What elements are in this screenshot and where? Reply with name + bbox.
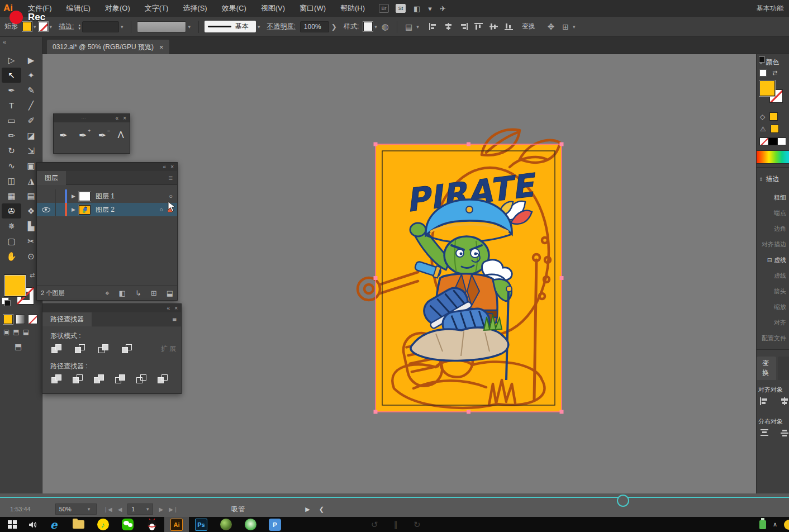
unite-icon[interactable] (51, 344, 63, 354)
merge-icon[interactable] (94, 374, 105, 384)
group-selection-tool[interactable]: ↖ (2, 68, 21, 83)
align-bottom-icon[interactable] (505, 23, 513, 30)
recolor-artwork-icon[interactable]: ◍ (382, 22, 389, 32)
taskbar-photoshop[interactable]: Ps (189, 517, 213, 532)
new-layer-icon[interactable]: ⊞ (151, 289, 157, 298)
default-fill-stroke-icon[interactable] (2, 297, 9, 305)
layers-menu-icon[interactable]: ≡ (168, 174, 173, 182)
stroke-color-swatch[interactable] (39, 22, 48, 31)
width-profile-chevron-icon[interactable]: ▾ (188, 24, 191, 30)
last-artboard-icon[interactable]: ▶❘ (169, 506, 178, 512)
document-close-icon[interactable]: × (159, 43, 164, 51)
swap-fill-stroke-icon[interactable]: ⇄ (30, 272, 35, 279)
taskbar-p-app[interactable]: P (263, 517, 287, 532)
stroke-collapse-icon[interactable]: ⇕ (759, 177, 763, 182)
paint-color-button[interactable] (3, 315, 13, 324)
layers-tab[interactable]: 图层 (37, 171, 66, 185)
pen-panel-collapse-icon[interactable]: « (116, 115, 119, 121)
taskbar-game-app[interactable] (213, 517, 238, 532)
layer2-target-icon[interactable]: ○ (159, 206, 163, 213)
mesh-tool[interactable]: ▦ (2, 188, 21, 203)
layer2-name[interactable]: 图层 2 (96, 205, 115, 215)
pathfinder-tab[interactable]: 路径查找器 (42, 312, 92, 326)
align-objects-center-icon[interactable] (780, 397, 789, 405)
fill-chevron-icon[interactable]: ▾ (34, 24, 36, 30)
shape-builder-tool[interactable]: ◫ (2, 173, 21, 188)
default-colors-icon[interactable] (759, 69, 767, 77)
dash-values-row[interactable]: 虚线 (757, 272, 789, 280)
line-segment-tool[interactable]: ╱ (21, 98, 41, 113)
gamut-swatch[interactable] (771, 125, 779, 133)
stroke-corner-row[interactable]: 边角 (757, 225, 789, 233)
draw-inside-icon[interactable]: ⬓ (23, 328, 29, 336)
taskbar-illustrator[interactable]: Ai (164, 517, 189, 532)
artboard-number-dropdown[interactable]: 1▾ (127, 504, 153, 515)
eyedropper-tool[interactable]: ✇ (2, 203, 21, 218)
scale-tool[interactable]: ⇲ (21, 143, 41, 158)
layer1-thumbnail[interactable] (79, 192, 91, 201)
dashed-checkbox-icon[interactable]: ⊟ (767, 256, 772, 263)
color-fill-swatch[interactable] (759, 80, 775, 96)
hand-tool[interactable]: ✋ (2, 249, 21, 264)
outline-icon[interactable] (136, 374, 148, 384)
taskbar-safe-center[interactable] (238, 517, 263, 532)
tray-expand-icon[interactable]: ∧ (773, 521, 777, 528)
pen-tool[interactable]: ✒ (2, 83, 21, 98)
paintbrush-tool[interactable]: ✐ (21, 113, 41, 128)
artboard-tool[interactable]: ▢ (2, 234, 21, 249)
web-safe-swatch[interactable] (769, 112, 778, 121)
add-anchor-point-tool[interactable]: ✒+ (79, 130, 87, 141)
recorder-forward-icon[interactable]: ↻ (413, 520, 421, 530)
stroke-weight-label[interactable]: 描边: (59, 22, 74, 31)
shape-options-chevron-icon[interactable]: ▾ (573, 24, 576, 30)
layer2-expand-icon[interactable]: ▶ (72, 207, 75, 212)
start-button[interactable] (0, 517, 25, 532)
make-mask-icon[interactable]: ◧ (119, 289, 126, 298)
color-swap-icon[interactable]: ⇄ (772, 69, 777, 77)
type-tool[interactable]: T (2, 98, 21, 113)
volume-button[interactable] (25, 517, 41, 532)
minus-back-icon[interactable] (158, 374, 169, 384)
taskbar-qq-music[interactable]: ♪ (91, 517, 115, 532)
locate-object-icon[interactable]: ⌖ (105, 289, 109, 298)
distribute-vcenter-icon[interactable] (780, 429, 789, 437)
taskbar-file-explorer[interactable] (66, 517, 91, 532)
taskbar-wechat[interactable] (115, 517, 140, 532)
brush-definition-dropdown[interactable]: 基本 (205, 21, 256, 32)
menu-view[interactable]: 视图(V) (254, 0, 292, 17)
color-spectrum-bar[interactable] (757, 150, 789, 164)
taskbar-qq[interactable] (140, 517, 164, 532)
anchor-point-tool[interactable]: Λ (117, 130, 123, 141)
recorder-pause-icon[interactable]: ∥ (394, 520, 398, 530)
menu-effect[interactable]: 效果(C) (215, 0, 254, 17)
new-sublayer-icon[interactable]: ↳ (135, 289, 141, 298)
layer1-visibility-cell[interactable] (37, 189, 56, 203)
stroke-cap-row[interactable]: 端点 (757, 209, 789, 217)
delete-anchor-point-tool[interactable]: ✒− (98, 130, 106, 141)
menu-select[interactable]: 选择(S) (175, 0, 214, 17)
none-swatch-icon[interactable] (759, 137, 768, 145)
arrow-align-row[interactable]: 对齐 (757, 319, 789, 327)
opacity-label[interactable]: 不透明度: (267, 22, 296, 31)
draw-normal-icon[interactable]: ▣ (3, 328, 9, 336)
transform-tab[interactable]: 变换 (757, 357, 776, 380)
brush-chevron-icon[interactable]: ▾ (258, 24, 260, 30)
exclude-icon[interactable] (122, 344, 133, 354)
document-setup-icon[interactable]: ▤ (405, 22, 412, 31)
arrowheads-row[interactable]: 箭头 (757, 287, 789, 296)
zoom-level-dropdown[interactable]: 50%▾ (55, 504, 97, 515)
share-icon[interactable]: ✈ (440, 4, 446, 13)
arrow-scale-row[interactable]: 缩放 (757, 303, 789, 311)
pen-panel-close-icon[interactable]: × (123, 115, 126, 121)
status-play-icon[interactable]: ▶ (305, 506, 310, 513)
align-stroke-row[interactable]: 对齐描边 (757, 240, 789, 249)
recorder-timeline[interactable] (0, 497, 789, 498)
opacity-more-icon[interactable]: ❯ (331, 23, 337, 31)
bridge-icon[interactable]: Br (379, 4, 389, 13)
curvature-tool[interactable]: ✎ (21, 83, 41, 98)
delete-layer-icon[interactable]: ⬓ (167, 289, 173, 298)
prev-artboard-icon[interactable]: ◀ (118, 506, 122, 512)
transform-button[interactable]: 变换 (522, 22, 535, 31)
taskbar-edge[interactable]: e (41, 517, 66, 532)
pathfinder-menu-icon[interactable]: ≡ (172, 315, 177, 324)
